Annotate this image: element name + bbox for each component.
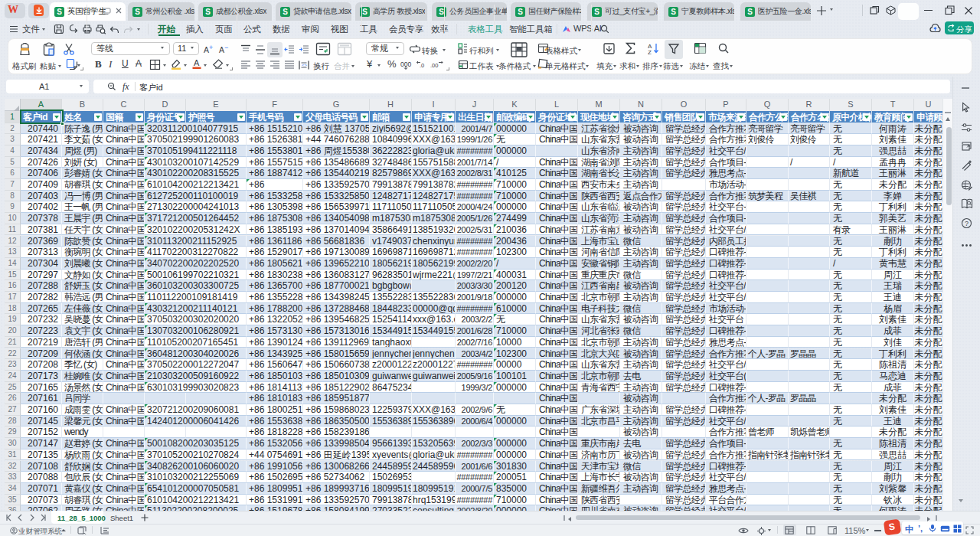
svg-text:<>: <> <box>302 63 308 67</box>
svg-text:Z: Z <box>648 49 652 55</box>
svg-text:.0: .0 <box>420 62 424 68</box>
svg-text:?: ? <box>965 220 969 227</box>
svg-text:.00: .00 <box>430 62 438 68</box>
svg-text:A: A <box>194 58 200 67</box>
